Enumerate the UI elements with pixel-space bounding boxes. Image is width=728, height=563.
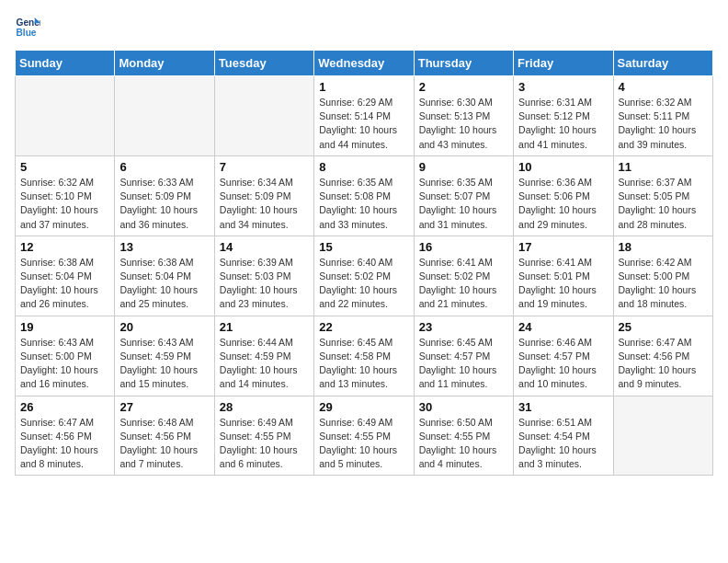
calendar-cell: 14Sunrise: 6:39 AMSunset: 5:03 PMDayligh… bbox=[214, 236, 313, 316]
calendar-cell: 17Sunrise: 6:41 AMSunset: 5:01 PMDayligh… bbox=[514, 236, 613, 316]
day-number: 30 bbox=[419, 400, 508, 414]
calendar-cell: 26Sunrise: 6:47 AMSunset: 4:56 PMDayligh… bbox=[16, 396, 115, 476]
day-info: Sunrise: 6:43 AMSunset: 5:00 PMDaylight:… bbox=[20, 336, 109, 392]
day-number: 26 bbox=[20, 400, 109, 414]
day-number: 15 bbox=[319, 240, 408, 254]
day-number: 16 bbox=[419, 240, 508, 254]
calendar-cell: 11Sunrise: 6:37 AMSunset: 5:05 PMDayligh… bbox=[613, 155, 712, 236]
day-info: Sunrise: 6:37 AMSunset: 5:05 PMDaylight:… bbox=[619, 176, 708, 232]
day-info: Sunrise: 6:46 AMSunset: 4:57 PMDaylight:… bbox=[518, 336, 608, 392]
calendar-cell: 23Sunrise: 6:45 AMSunset: 4:57 PMDayligh… bbox=[414, 316, 513, 396]
day-info: Sunrise: 6:50 AMSunset: 4:55 PMDaylight:… bbox=[419, 416, 508, 472]
calendar-week-row: 19Sunrise: 6:43 AMSunset: 5:00 PMDayligh… bbox=[16, 316, 713, 396]
calendar-cell: 31Sunrise: 6:51 AMSunset: 4:54 PMDayligh… bbox=[514, 396, 613, 476]
weekday-header-saturday: Saturday bbox=[613, 51, 712, 76]
calendar-cell: 12Sunrise: 6:38 AMSunset: 5:04 PMDayligh… bbox=[16, 236, 115, 316]
day-number: 25 bbox=[619, 320, 708, 334]
day-number: 14 bbox=[220, 240, 309, 254]
day-info: Sunrise: 6:34 AMSunset: 5:09 PMDaylight:… bbox=[220, 176, 309, 232]
weekday-header-friday: Friday bbox=[514, 51, 613, 76]
day-number: 29 bbox=[319, 400, 408, 414]
calendar-cell: 21Sunrise: 6:44 AMSunset: 4:59 PMDayligh… bbox=[214, 316, 313, 396]
weekday-header-tuesday: Tuesday bbox=[214, 51, 313, 76]
calendar-cell: 29Sunrise: 6:49 AMSunset: 4:55 PMDayligh… bbox=[314, 396, 414, 476]
day-info: Sunrise: 6:44 AMSunset: 4:59 PMDaylight:… bbox=[220, 336, 309, 392]
day-info: Sunrise: 6:31 AMSunset: 5:12 PMDaylight:… bbox=[518, 96, 608, 152]
calendar-cell bbox=[115, 76, 214, 156]
day-number: 7 bbox=[220, 160, 309, 174]
day-number: 31 bbox=[518, 400, 608, 414]
day-info: Sunrise: 6:33 AMSunset: 5:09 PMDaylight:… bbox=[119, 176, 209, 232]
calendar-cell: 16Sunrise: 6:41 AMSunset: 5:02 PMDayligh… bbox=[414, 236, 513, 316]
day-number: 1 bbox=[319, 80, 408, 94]
day-info: Sunrise: 6:38 AMSunset: 5:04 PMDaylight:… bbox=[20, 256, 109, 312]
weekday-header-monday: Monday bbox=[115, 51, 214, 76]
day-info: Sunrise: 6:40 AMSunset: 5:02 PMDaylight:… bbox=[319, 256, 408, 312]
day-info: Sunrise: 6:39 AMSunset: 5:03 PMDaylight:… bbox=[220, 256, 309, 312]
logo: General Blue bbox=[15, 15, 44, 40]
calendar-cell: 9Sunrise: 6:35 AMSunset: 5:07 PMDaylight… bbox=[414, 155, 513, 236]
day-number: 10 bbox=[518, 160, 608, 174]
day-info: Sunrise: 6:35 AMSunset: 5:07 PMDaylight:… bbox=[419, 176, 508, 232]
day-number: 18 bbox=[619, 240, 708, 254]
day-info: Sunrise: 6:41 AMSunset: 5:02 PMDaylight:… bbox=[419, 256, 508, 312]
day-info: Sunrise: 6:49 AMSunset: 4:55 PMDaylight:… bbox=[220, 416, 309, 472]
calendar-cell bbox=[613, 396, 712, 476]
calendar-week-row: 26Sunrise: 6:47 AMSunset: 4:56 PMDayligh… bbox=[16, 396, 713, 476]
day-number: 3 bbox=[518, 80, 608, 94]
calendar-cell: 3Sunrise: 6:31 AMSunset: 5:12 PMDaylight… bbox=[514, 76, 613, 156]
day-info: Sunrise: 6:30 AMSunset: 5:13 PMDaylight:… bbox=[419, 96, 508, 152]
day-number: 28 bbox=[220, 400, 309, 414]
day-info: Sunrise: 6:45 AMSunset: 4:57 PMDaylight:… bbox=[419, 336, 508, 392]
calendar-cell: 28Sunrise: 6:49 AMSunset: 4:55 PMDayligh… bbox=[214, 396, 313, 476]
day-info: Sunrise: 6:38 AMSunset: 5:04 PMDaylight:… bbox=[119, 256, 209, 312]
day-info: Sunrise: 6:29 AMSunset: 5:14 PMDaylight:… bbox=[319, 96, 408, 152]
day-info: Sunrise: 6:47 AMSunset: 4:56 PMDaylight:… bbox=[20, 416, 109, 472]
calendar-table: SundayMondayTuesdayWednesdayThursdayFrid… bbox=[15, 50, 713, 476]
calendar-cell: 25Sunrise: 6:47 AMSunset: 4:56 PMDayligh… bbox=[613, 316, 712, 396]
day-number: 9 bbox=[419, 160, 508, 174]
calendar-cell: 24Sunrise: 6:46 AMSunset: 4:57 PMDayligh… bbox=[514, 316, 613, 396]
calendar-cell: 18Sunrise: 6:42 AMSunset: 5:00 PMDayligh… bbox=[613, 236, 712, 316]
day-number: 24 bbox=[518, 320, 608, 334]
day-info: Sunrise: 6:45 AMSunset: 4:58 PMDaylight:… bbox=[319, 336, 408, 392]
calendar-cell: 8Sunrise: 6:35 AMSunset: 5:08 PMDaylight… bbox=[314, 155, 414, 236]
calendar-cell: 19Sunrise: 6:43 AMSunset: 5:00 PMDayligh… bbox=[16, 316, 115, 396]
day-info: Sunrise: 6:47 AMSunset: 4:56 PMDaylight:… bbox=[619, 336, 708, 392]
day-info: Sunrise: 6:42 AMSunset: 5:00 PMDaylight:… bbox=[619, 256, 708, 312]
calendar-cell: 4Sunrise: 6:32 AMSunset: 5:11 PMDaylight… bbox=[613, 76, 712, 156]
day-number: 6 bbox=[119, 160, 209, 174]
weekday-header-wednesday: Wednesday bbox=[314, 51, 414, 76]
day-number: 2 bbox=[419, 80, 508, 94]
day-info: Sunrise: 6:36 AMSunset: 5:06 PMDaylight:… bbox=[518, 176, 608, 232]
day-number: 4 bbox=[619, 80, 708, 94]
day-number: 8 bbox=[319, 160, 408, 174]
calendar-cell bbox=[214, 76, 313, 156]
day-number: 11 bbox=[619, 160, 708, 174]
day-info: Sunrise: 6:43 AMSunset: 4:59 PMDaylight:… bbox=[119, 336, 209, 392]
calendar-cell bbox=[16, 76, 115, 156]
calendar-cell: 1Sunrise: 6:29 AMSunset: 5:14 PMDaylight… bbox=[314, 76, 414, 156]
day-number: 17 bbox=[518, 240, 608, 254]
day-info: Sunrise: 6:48 AMSunset: 4:56 PMDaylight:… bbox=[119, 416, 209, 472]
calendar-cell: 22Sunrise: 6:45 AMSunset: 4:58 PMDayligh… bbox=[314, 316, 414, 396]
day-number: 20 bbox=[119, 320, 209, 334]
day-number: 12 bbox=[20, 240, 109, 254]
day-number: 22 bbox=[319, 320, 408, 334]
calendar-cell: 15Sunrise: 6:40 AMSunset: 5:02 PMDayligh… bbox=[314, 236, 414, 316]
svg-text:Blue: Blue bbox=[17, 28, 37, 38]
day-info: Sunrise: 6:35 AMSunset: 5:08 PMDaylight:… bbox=[319, 176, 408, 232]
day-info: Sunrise: 6:49 AMSunset: 4:55 PMDaylight:… bbox=[319, 416, 408, 472]
calendar-cell: 20Sunrise: 6:43 AMSunset: 4:59 PMDayligh… bbox=[115, 316, 214, 396]
day-number: 23 bbox=[419, 320, 508, 334]
calendar-week-row: 5Sunrise: 6:32 AMSunset: 5:10 PMDaylight… bbox=[16, 155, 713, 236]
day-number: 19 bbox=[20, 320, 109, 334]
calendar-cell: 6Sunrise: 6:33 AMSunset: 5:09 PMDaylight… bbox=[115, 155, 214, 236]
weekday-header-row: SundayMondayTuesdayWednesdayThursdayFrid… bbox=[16, 51, 713, 76]
calendar-cell: 13Sunrise: 6:38 AMSunset: 5:04 PMDayligh… bbox=[115, 236, 214, 316]
day-number: 21 bbox=[220, 320, 309, 334]
day-info: Sunrise: 6:41 AMSunset: 5:01 PMDaylight:… bbox=[518, 256, 608, 312]
day-number: 5 bbox=[20, 160, 109, 174]
day-number: 13 bbox=[119, 240, 209, 254]
calendar-week-row: 1Sunrise: 6:29 AMSunset: 5:14 PMDaylight… bbox=[16, 76, 713, 156]
